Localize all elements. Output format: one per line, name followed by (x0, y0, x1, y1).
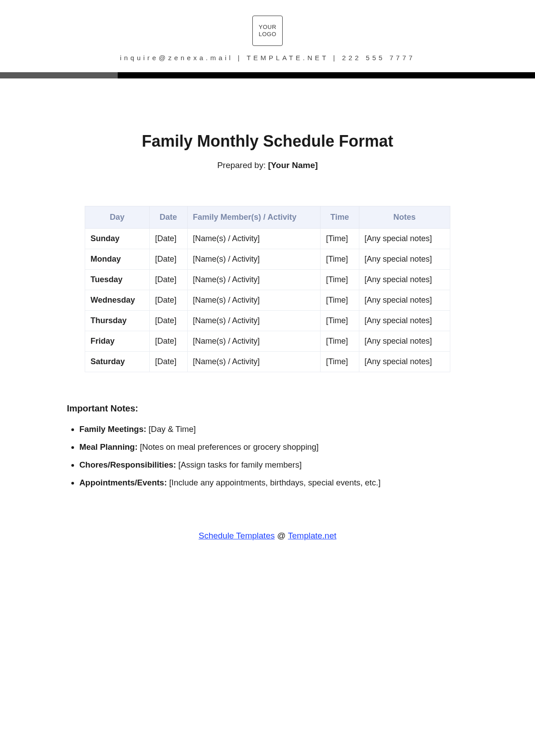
note-value: [Notes on meal preferences or grocery sh… (138, 442, 319, 452)
divider-segment-gray (0, 72, 118, 78)
footer-link-schedule-templates[interactable]: Schedule Templates (198, 531, 275, 540)
list-item: Chores/Responsibilities: [Assign tasks f… (79, 459, 468, 471)
cell-date: [Date] (149, 311, 187, 331)
cell-time: [Time] (321, 311, 359, 331)
cell-date: [Date] (149, 331, 187, 352)
list-item: Family Meetings: [Day & Time] (79, 423, 468, 435)
note-value: [Assign tasks for family members] (176, 460, 302, 469)
table-row: Monday[Date][Name(s) / Activity][Time][A… (85, 249, 450, 270)
note-key: Meal Planning: (79, 442, 138, 452)
cell-date: [Date] (149, 249, 187, 270)
col-notes: Notes (359, 206, 450, 229)
cell-day: Monday (85, 249, 150, 270)
footer-link-template-net[interactable]: Template.net (288, 531, 337, 540)
cell-notes: [Any special notes] (359, 270, 450, 290)
cell-day: Sunday (85, 229, 150, 249)
table-row: Saturday[Date][Name(s) / Activity][Time]… (85, 352, 450, 372)
cell-notes: [Any special notes] (359, 229, 450, 249)
logo-line-1: YOUR (259, 24, 276, 31)
table-row: Sunday[Date][Name(s) / Activity][Time][A… (85, 229, 450, 249)
schedule-table: Day Date Family Member(s) / Activity Tim… (85, 206, 450, 372)
cell-time: [Time] (321, 270, 359, 290)
cell-notes: [Any special notes] (359, 249, 450, 270)
cell-activity: [Name(s) / Activity] (187, 229, 321, 249)
cell-time: [Time] (321, 331, 359, 352)
cell-time: [Time] (321, 229, 359, 249)
cell-time: [Time] (321, 290, 359, 311)
document-page: YOUR LOGO inquire@zenexa.mail | TEMPLATE… (0, 16, 535, 541)
col-date: Date (149, 206, 187, 229)
notes-heading: Important Notes: (67, 403, 468, 414)
footer-at: @ (275, 531, 288, 540)
cell-day: Wednesday (85, 290, 150, 311)
page-title: Family Monthly Schedule Format (60, 132, 475, 151)
note-key: Family Meetings: (79, 424, 146, 434)
table-row: Thursday[Date][Name(s) / Activity][Time]… (85, 311, 450, 331)
cell-notes: [Any special notes] (359, 352, 450, 372)
list-item: Meal Planning: [Notes on meal preference… (79, 441, 468, 453)
cell-time: [Time] (321, 249, 359, 270)
header-divider (0, 72, 535, 78)
col-day: Day (85, 206, 150, 229)
divider-segment-black (118, 72, 535, 78)
cell-day: Saturday (85, 352, 150, 372)
prepared-by-value: [Your Name] (268, 160, 318, 170)
notes-section: Important Notes: Family Meetings: [Day &… (67, 403, 468, 489)
cell-day: Friday (85, 331, 150, 352)
note-key: Chores/Responsibilities: (79, 460, 176, 469)
cell-activity: [Name(s) / Activity] (187, 290, 321, 311)
list-item: Appointments/Events: [Include any appoin… (79, 477, 468, 489)
main-content: Family Monthly Schedule Format Prepared … (60, 132, 475, 541)
logo-line-2: LOGO (259, 31, 276, 38)
cell-date: [Date] (149, 229, 187, 249)
cell-date: [Date] (149, 290, 187, 311)
cell-notes: [Any special notes] (359, 311, 450, 331)
cell-activity: [Name(s) / Activity] (187, 311, 321, 331)
table-header-row: Day Date Family Member(s) / Activity Tim… (85, 206, 450, 229)
table-row: Tuesday[Date][Name(s) / Activity][Time][… (85, 270, 450, 290)
cell-activity: [Name(s) / Activity] (187, 331, 321, 352)
note-key: Appointments/Events: (79, 478, 167, 487)
prepared-by-label: Prepared by: (217, 160, 268, 170)
note-value: [Include any appointments, birthdays, sp… (167, 478, 380, 487)
cell-activity: [Name(s) / Activity] (187, 270, 321, 290)
note-value: [Day & Time] (146, 424, 196, 434)
header-contact-info: inquire@zenexa.mail | TEMPLATE.NET | 222… (0, 54, 535, 62)
notes-list: Family Meetings: [Day & Time]Meal Planni… (67, 423, 468, 489)
cell-activity: [Name(s) / Activity] (187, 249, 321, 270)
col-activity: Family Member(s) / Activity (187, 206, 321, 229)
table-row: Wednesday[Date][Name(s) / Activity][Time… (85, 290, 450, 311)
cell-notes: [Any special notes] (359, 331, 450, 352)
col-time: Time (321, 206, 359, 229)
prepared-by-line: Prepared by: [Your Name] (60, 160, 475, 170)
table-row: Friday[Date][Name(s) / Activity][Time][A… (85, 331, 450, 352)
cell-day: Tuesday (85, 270, 150, 290)
footer-links: Schedule Templates @ Template.net (60, 531, 475, 541)
cell-activity: [Name(s) / Activity] (187, 352, 321, 372)
cell-date: [Date] (149, 352, 187, 372)
cell-notes: [Any special notes] (359, 290, 450, 311)
cell-date: [Date] (149, 270, 187, 290)
logo-placeholder: YOUR LOGO (252, 16, 283, 46)
cell-day: Thursday (85, 311, 150, 331)
cell-time: [Time] (321, 352, 359, 372)
